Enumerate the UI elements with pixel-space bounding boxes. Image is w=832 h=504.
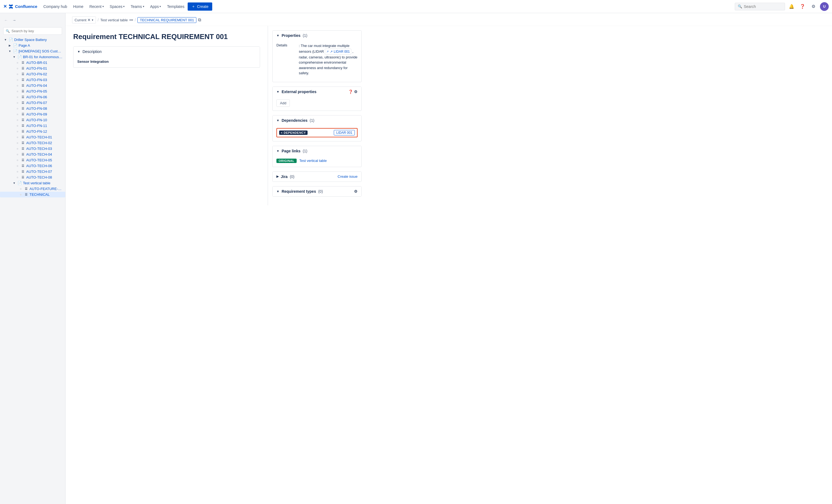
- confluence-logo[interactable]: ✕ Confluence: [3, 4, 37, 9]
- nav-company-hub[interactable]: Company hub: [41, 3, 70, 10]
- apps-chevron: ▾: [159, 5, 161, 8]
- dependency-row: < DEPENDENCY LIDAR 001: [277, 128, 358, 137]
- page-area: Requirement TECHNICAL REQUIREMENT 001 ▼ …: [66, 26, 832, 205]
- nav-teams[interactable]: Teams ▾: [128, 3, 147, 10]
- nav-forward-button[interactable]: →: [10, 17, 18, 24]
- properties-section-header[interactable]: ▼ Properties (1): [272, 31, 361, 41]
- create-button[interactable]: ＋ Create: [188, 2, 212, 11]
- auto-fn-05-label: AUTO-FN-05: [26, 89, 47, 94]
- sidebar-item-auto-fn-11[interactable]: ☰ AUTO-FN-11: [0, 123, 65, 129]
- sidebar-item-driller-space-battery[interactable]: ▼ 📄 Driller Space Battery: [0, 37, 65, 43]
- sidebar-item-auto-feature-001[interactable]: ☰ AUTO-FEATURE-001: [0, 186, 65, 192]
- auto-fn-02-label: AUTO-FN-02: [26, 72, 47, 76]
- dependencies-chevron: ▼: [277, 119, 280, 122]
- lidar-link-inline[interactable]: ↗ ↗ LIDAR 001: [325, 49, 351, 55]
- breadcrumb-dots[interactable]: •••: [129, 18, 133, 22]
- sidebar-item-auto-tech-02[interactable]: ☰ AUTO-TECH-02: [0, 140, 65, 146]
- dependency-link[interactable]: LIDAR 001: [334, 130, 355, 135]
- driller-toggle: ▼: [3, 38, 8, 41]
- sidebar-item-auto-tech-07[interactable]: ☰ AUTO-TECH-07: [0, 169, 65, 175]
- sidebar-item-auto-fn-08[interactable]: ☰ AUTO-FN-08: [0, 106, 65, 111]
- copy-link-icon[interactable]: ⧉: [198, 18, 201, 22]
- nav-back-button[interactable]: ←: [2, 17, 10, 24]
- sidebar-item-auto-tech-03[interactable]: ☰ AUTO-TECH-03: [0, 146, 65, 152]
- notifications-button[interactable]: 🔔: [787, 2, 796, 11]
- sidebar-item-br01[interactable]: ▼ 📄 BR-01 for Autonomous car: [0, 54, 65, 60]
- sidebar-item-auto-fn-01[interactable]: ☰ AUTO-FN-01: [0, 65, 65, 71]
- auto-tech-05-label: AUTO-TECH-05: [26, 158, 52, 162]
- external-help-icon[interactable]: ❓: [348, 89, 353, 94]
- jira-count: (0): [290, 175, 294, 179]
- sidebar-item-test-vertical-table[interactable]: ▼ 📄 Test vertical table: [0, 180, 65, 186]
- nav-arrows: ← →: [2, 17, 18, 24]
- nav-templates[interactable]: Templates: [164, 3, 187, 10]
- external-settings-icon[interactable]: ⚙: [354, 89, 358, 94]
- nav-home[interactable]: Home: [71, 3, 86, 10]
- sidebar-item-auto-fn-02[interactable]: ☰ AUTO-FN-02: [0, 71, 65, 77]
- breadcrumb-version-dropdown[interactable]: Current ✕ ▾: [72, 17, 96, 24]
- spaces-chevron: ▾: [123, 5, 125, 8]
- search-input[interactable]: [744, 4, 782, 9]
- sidebar-item-homepage[interactable]: ▼ 📄 [HOMEPAGE] SOS Customer support: [0, 48, 65, 54]
- page-a-icon: 📄: [13, 44, 18, 48]
- driller-label: Driller Space Battery: [14, 38, 47, 42]
- sidebar-item-auto-tech-01[interactable]: ☰ AUTO-TECH-01: [0, 134, 65, 140]
- sidebar-item-technical[interactable]: ☰ TECHNICAL: [0, 192, 65, 197]
- jira-section-header[interactable]: ▶ Jira (0) Create issue: [272, 172, 361, 182]
- auto-tech-04-dot: [17, 154, 18, 155]
- sidebar-item-auto-fn-12[interactable]: ☰ AUTO-FN-12: [0, 129, 65, 134]
- settings-button[interactable]: ⚙: [809, 2, 818, 11]
- auto-tech-01-dot: [17, 136, 18, 138]
- breadcrumb-clear-icon[interactable]: ✕: [87, 18, 91, 22]
- sidebar-item-auto-br-01[interactable]: ☰ AUTO-BR-01: [0, 60, 65, 65]
- sidebar-item-auto-tech-06[interactable]: ☰ AUTO-TECH-06: [0, 163, 65, 169]
- description-header[interactable]: ▼ Description: [74, 47, 260, 56]
- sidebar-item-auto-tech-08[interactable]: ☰ AUTO-TECH-08: [0, 175, 65, 180]
- page-links-header[interactable]: ▼ Page links (1): [272, 146, 361, 156]
- sidebar-item-auto-fn-05[interactable]: ☰ AUTO-FN-05: [0, 88, 65, 94]
- sidebar-item-auto-fn-09[interactable]: ☰ AUTO-FN-09: [0, 111, 65, 117]
- page-link-text[interactable]: Test vertical table: [300, 159, 327, 163]
- search-box[interactable]: 🔍: [735, 3, 785, 10]
- sidebar-item-auto-fn-10[interactable]: ☰ AUTO-FN-10: [0, 117, 65, 123]
- auto-fn-06-dot: [17, 96, 18, 98]
- dependencies-section-header[interactable]: ▼ Dependencies (1): [272, 115, 361, 125]
- breadcrumb-parent-link[interactable]: Test vertical table: [100, 18, 128, 22]
- req-types-icons: ⚙: [354, 189, 358, 193]
- auto-fn-02-dot: [17, 74, 18, 75]
- topbar: ✕ Confluence Company hub Home Recent ▾ S…: [0, 0, 832, 13]
- sidebar-item-auto-fn-07[interactable]: ☰ AUTO-FN-07: [0, 100, 65, 106]
- auto-tech-03-dot: [17, 148, 18, 150]
- add-external-button[interactable]: Add: [277, 99, 290, 107]
- description-content: Sensor Integration: [77, 59, 109, 63]
- req-types-settings-icon[interactable]: ⚙: [354, 189, 358, 193]
- sidebar-search[interactable]: 🔍: [3, 27, 62, 35]
- nav-apps[interactable]: Apps ▾: [148, 3, 164, 10]
- sidebar-search-input[interactable]: [11, 29, 59, 33]
- sidebar-item-auto-tech-04[interactable]: ☰ AUTO-TECH-04: [0, 152, 65, 157]
- req-types-header[interactable]: ▼ Requirement types (0) ⚙: [272, 186, 361, 196]
- auto-tech-01-label: AUTO-TECH-01: [26, 135, 52, 139]
- auto-fn-12-label: AUTO-FN-12: [26, 129, 47, 133]
- test-vertical-toggle: ▼: [12, 182, 17, 185]
- sidebar-item-auto-fn-06[interactable]: ☰ AUTO-FN-06: [0, 94, 65, 100]
- topbar-nav: Company hub Home Recent ▾ Spaces ▾ Teams…: [41, 2, 734, 11]
- nav-recent[interactable]: Recent ▾: [86, 3, 106, 10]
- nav-spaces[interactable]: Spaces ▾: [107, 3, 128, 10]
- auto-fn-03-dot: [17, 79, 18, 81]
- auto-fn-11-icon: ☰: [21, 124, 25, 128]
- details-label: Details: [277, 43, 295, 76]
- req-types-section: ▼ Requirement types (0) ⚙: [272, 186, 362, 196]
- external-properties-header[interactable]: ▼ External properties ❓ ⚙: [272, 87, 361, 97]
- sidebar-item-auto-fn-04[interactable]: ☰ AUTO-FN-04: [0, 83, 65, 88]
- sidebar-item-auto-fn-03[interactable]: ☰ AUTO-FN-03: [0, 77, 65, 83]
- sidebar-item-auto-tech-05[interactable]: ☰ AUTO-TECH-05: [0, 157, 65, 163]
- dependencies-count: (1): [310, 118, 314, 123]
- test-vertical-icon: 📄: [18, 181, 22, 185]
- user-avatar[interactable]: U: [820, 2, 829, 11]
- auto-tech-08-icon: ☰: [21, 176, 25, 179]
- dependencies-title: Dependencies: [282, 118, 308, 123]
- sidebar-item-page-a[interactable]: ▶ 📄 Page A: [0, 43, 65, 48]
- help-button[interactable]: ❓: [798, 2, 807, 11]
- create-issue-button[interactable]: Create issue: [338, 175, 358, 179]
